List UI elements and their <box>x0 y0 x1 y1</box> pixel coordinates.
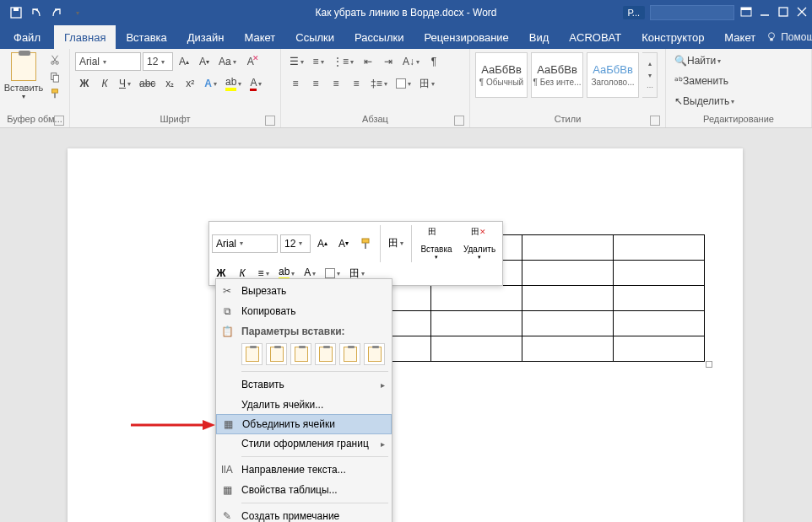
ctx-text-direction[interactable]: llAНаправление текста... <box>216 460 392 480</box>
shading-button[interactable] <box>392 74 414 93</box>
tab-constructor[interactable]: Конструктор <box>631 25 714 49</box>
copy-button[interactable] <box>46 69 64 84</box>
tell-me[interactable]: Помощ... <box>766 25 812 49</box>
shrink-font-button[interactable]: A▾ <box>195 52 214 71</box>
subscript-button[interactable]: x₂ <box>160 74 179 93</box>
tab-view[interactable]: Вид <box>519 25 560 49</box>
sort-button[interactable]: A↓ <box>399 52 423 71</box>
clipboard-launcher[interactable] <box>54 116 64 126</box>
align-center-button[interactable]: ≡ <box>306 74 325 93</box>
superscript-button[interactable]: x² <box>181 74 199 93</box>
tab-layout[interactable]: Макет <box>234 25 285 49</box>
ribbon-display-options[interactable] <box>739 5 753 21</box>
text-effects-button[interactable]: A <box>201 74 220 93</box>
find-button[interactable]: 🔍 Найти <box>671 52 755 69</box>
cut-button[interactable] <box>46 52 64 67</box>
italic-button[interactable]: К <box>95 74 114 93</box>
user-name-box[interactable] <box>650 5 734 20</box>
style-heading1[interactable]: АаБбВвЗаголово... <box>587 52 639 98</box>
tab-acrobat[interactable]: ACROBAT <box>559 25 631 49</box>
tab-references[interactable]: Ссылки <box>285 25 344 49</box>
group-styles-label: Стили <box>555 114 582 124</box>
show-marks-button[interactable]: ¶ <box>425 52 443 71</box>
font-size-select[interactable]: 12 <box>143 52 173 71</box>
grow-font-button[interactable]: A▴ <box>175 52 193 71</box>
ctx-merge-cells[interactable]: ▦Объединить ячейки <box>216 414 392 434</box>
line-spacing-button[interactable]: ‡≡ <box>367 74 391 93</box>
ctx-new-comment[interactable]: ✎Создать примечание <box>216 506 392 522</box>
document-area[interactable]: ✥ Arial 12 A▴ A▾ 田 田Вставка▾ 田✕Удалить▾ … <box>0 128 812 522</box>
align-left-button[interactable]: ≡ <box>286 74 305 93</box>
multilevel-button[interactable]: ⋮≡ <box>329 52 357 71</box>
paste-opt-5[interactable] <box>339 343 360 365</box>
tab-home[interactable]: Главная <box>54 25 116 49</box>
mini-table-insert-grid[interactable]: 田 <box>385 234 407 253</box>
mini-font-name[interactable]: Arial <box>212 234 278 253</box>
styles-launcher[interactable] <box>650 116 660 126</box>
qat-customize[interactable] <box>68 3 86 22</box>
paste-opt-1[interactable] <box>241 343 263 365</box>
clear-formatting-button[interactable]: A✕ <box>241 52 260 71</box>
svg-point-8 <box>769 33 775 39</box>
numbering-button[interactable]: ≡ <box>309 52 328 71</box>
tab-layout2[interactable]: Макет <box>714 25 766 49</box>
justify-button[interactable]: ≡ <box>347 74 365 93</box>
highlight-button[interactable]: ab <box>222 74 245 93</box>
context-menu: ✂Вырезать ⧉Копировать 📋Параметры вставки… <box>215 278 392 522</box>
bullets-button[interactable]: ☰ <box>286 52 307 71</box>
mini-font-size[interactable]: 12 <box>280 234 311 253</box>
svg-rect-19 <box>365 243 366 249</box>
tab-design[interactable]: Дизайн <box>177 25 235 49</box>
font-name-select[interactable]: Arial <box>75 52 141 71</box>
change-case-button[interactable]: Aa <box>215 52 240 71</box>
ctx-copy[interactable]: ⧉Копировать <box>216 301 392 321</box>
tab-file[interactable]: Файл <box>0 25 54 49</box>
page[interactable]: ✥ <box>68 148 743 522</box>
user-badge[interactable]: Р... <box>623 6 645 19</box>
redo-button[interactable] <box>47 3 66 22</box>
paste-opt-3[interactable] <box>290 343 311 365</box>
paste-button[interactable]: Вставить ▾ <box>5 52 42 100</box>
increase-indent-button[interactable]: ⇥ <box>379 52 398 71</box>
svg-rect-16 <box>52 89 58 93</box>
tab-review[interactable]: Рецензирование <box>414 25 518 49</box>
mini-shrink-font[interactable]: A▾ <box>334 234 353 253</box>
paste-opt-2[interactable] <box>266 343 287 365</box>
para-launcher[interactable] <box>454 116 464 126</box>
styles-more[interactable]: ▴▾⋯ <box>642 52 658 98</box>
select-button[interactable]: ↖ Выделить <box>671 93 755 110</box>
borders-button[interactable]: 田 <box>416 74 438 93</box>
strikethrough-button[interactable]: abc <box>136 74 159 93</box>
font-color-button[interactable]: A <box>246 74 265 93</box>
maximize-button[interactable] <box>777 5 790 21</box>
paste-opt-6[interactable] <box>364 343 385 365</box>
undo-button[interactable] <box>27 3 46 22</box>
mini-grow-font[interactable]: A▴ <box>313 234 332 253</box>
decrease-indent-button[interactable]: ⇤ <box>359 52 377 71</box>
tab-insert[interactable]: Вставка <box>116 25 176 49</box>
ctx-table-props[interactable]: ▦Свойства таблицы... <box>216 480 392 500</box>
style-normal[interactable]: АаБбВв¶ Обычный <box>475 52 528 98</box>
bold-button[interactable]: Ж <box>75 74 94 93</box>
minimize-button[interactable] <box>758 5 771 21</box>
mini-format-painter[interactable] <box>355 234 376 253</box>
mini-insert-button[interactable]: 田Вставка▾ <box>416 224 457 262</box>
paste-opt-4[interactable] <box>315 343 336 365</box>
style-nospacing[interactable]: АаБбВв¶ Без инте... <box>531 52 583 98</box>
underline-button[interactable]: Ч <box>116 74 134 93</box>
svg-rect-15 <box>53 75 58 82</box>
align-right-button[interactable]: ≡ <box>327 74 345 93</box>
table-resize-handle[interactable] <box>706 361 712 368</box>
ctx-delete-cells[interactable]: Удалить ячейки... <box>216 395 392 415</box>
mini-delete-button[interactable]: 田✕Удалить▾ <box>459 224 500 262</box>
close-button[interactable] <box>795 5 809 21</box>
save-button[interactable] <box>7 3 25 22</box>
format-painter-button[interactable] <box>46 86 64 101</box>
scissors-icon: ✂ <box>219 283 235 299</box>
ctx-cut[interactable]: ✂Вырезать <box>216 281 392 301</box>
font-launcher[interactable] <box>265 116 275 126</box>
replace-button[interactable]: ᵃᵇ Заменить <box>671 73 755 89</box>
tab-mailings[interactable]: Рассылки <box>344 25 414 49</box>
ctx-insert[interactable]: Вставить <box>216 374 392 395</box>
ctx-border-styles[interactable]: Стили оформления границ <box>216 433 392 454</box>
